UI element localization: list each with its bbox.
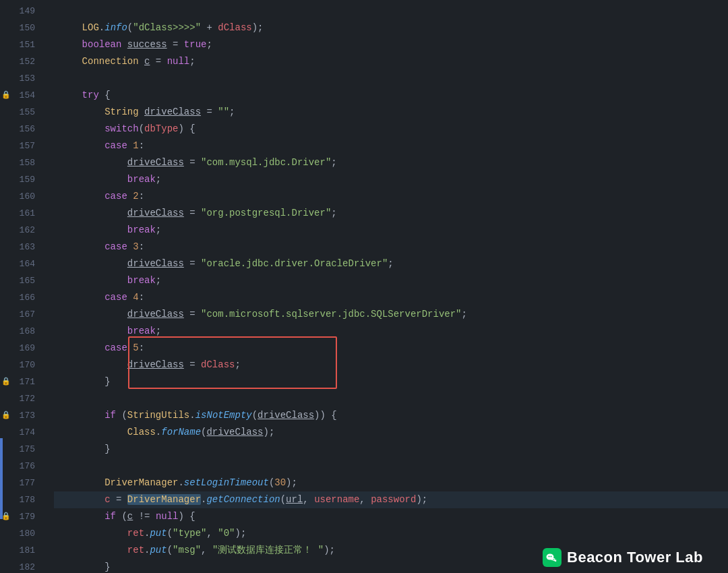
scrollbar-indicator[interactable] bbox=[0, 438, 3, 519]
line-152: Connection c = null; bbox=[54, 53, 728, 70]
line-177: DriverManager.setLoginTimeout(30); bbox=[54, 475, 728, 491]
gutter-168: 168 bbox=[0, 323, 43, 340]
gutter-175: 175 bbox=[0, 441, 43, 458]
gutter-171: 🔒 171 bbox=[0, 373, 43, 390]
svg-point-2 bbox=[551, 556, 552, 557]
line-172 bbox=[54, 390, 728, 407]
line-175: } bbox=[54, 441, 728, 458]
line-151: boolean success = true; bbox=[54, 36, 728, 53]
gutter-157: 157 bbox=[0, 138, 43, 154]
gutter-166: 166 bbox=[0, 289, 43, 306]
gutter-172: 172 bbox=[0, 390, 43, 407]
line-167: driveClass = "com.microsoft.sqlserver.jd… bbox=[54, 306, 728, 323]
gutter-155: 155 bbox=[0, 104, 43, 121]
line-157: case 1: bbox=[54, 138, 728, 154]
gutter-161: 161 bbox=[0, 205, 43, 222]
line-160: case 2: bbox=[54, 188, 728, 205]
gutter-150: 150 bbox=[0, 20, 43, 36]
line-164: driveClass = "oracle.jdbc.driver.OracleD… bbox=[54, 255, 728, 272]
gutter-153: 153 bbox=[0, 70, 43, 87]
gutter-178: 178 bbox=[0, 491, 43, 508]
line-149 bbox=[54, 3, 728, 20]
bookmark-154: 🔒 bbox=[1, 91, 11, 100]
gutter-163: 163 bbox=[0, 239, 43, 255]
watermark: Beacon Tower Lab bbox=[518, 542, 728, 573]
line-179: if (c != null) { bbox=[54, 508, 728, 525]
gutter-177: 177 bbox=[0, 475, 43, 491]
editor-container: 149 150 151 152 153 🔒 154 155 156 157 15… bbox=[0, 0, 728, 573]
line-162: break; bbox=[54, 222, 728, 239]
gutter-179: 🔒 179 bbox=[0, 508, 43, 525]
line-169: case 5: bbox=[54, 340, 728, 357]
gutter-159: 159 bbox=[0, 171, 43, 188]
bookmark-179: 🔒 bbox=[1, 512, 11, 522]
gutter-152: 152 bbox=[0, 53, 43, 70]
gutter-174: 174 bbox=[0, 424, 43, 441]
gutter-170: 170 bbox=[0, 357, 43, 373]
line-161: driveClass = "org.postgresql.Driver"; bbox=[54, 205, 728, 222]
gutter-149: 149 bbox=[0, 3, 43, 20]
line-150: LOG.info("dClass>>>>" + dClass); bbox=[54, 20, 728, 36]
line-168: break; bbox=[54, 323, 728, 340]
gutter-154: 🔒 154 bbox=[0, 87, 43, 104]
gutter-169: 169 bbox=[0, 340, 43, 357]
line-174: Class.forName(driveClass); bbox=[54, 424, 728, 441]
line-154: try { bbox=[54, 87, 728, 104]
code-area: 149 150 151 152 153 🔒 154 155 156 157 15… bbox=[0, 0, 728, 573]
line-166: case 4: bbox=[54, 289, 728, 306]
line-171: } bbox=[54, 373, 728, 390]
bookmark-173: 🔒 bbox=[1, 411, 11, 421]
code-content: LOG.info("dClass>>>>" + dClass); boolean… bbox=[54, 3, 728, 573]
svg-point-1 bbox=[549, 556, 550, 557]
line-163: case 3: bbox=[54, 239, 728, 255]
line-178: c = DriverManager.getConnection(url, use… bbox=[54, 491, 728, 508]
line-158: driveClass = "com.mysql.jdbc.Driver"; bbox=[54, 154, 728, 171]
gutter-173: 🔒 173 bbox=[0, 407, 43, 424]
gutter-162: 162 bbox=[0, 222, 43, 239]
line-153 bbox=[54, 70, 728, 87]
line-176 bbox=[54, 458, 728, 475]
line-156: switch(dbType) { bbox=[54, 121, 728, 138]
gutter-164: 164 bbox=[0, 255, 43, 272]
wechat-icon bbox=[543, 548, 562, 567]
bookmark-171: 🔒 bbox=[1, 378, 11, 387]
line-180: ret.put("type", "0"); bbox=[54, 525, 728, 542]
gutter-180: 180 bbox=[0, 525, 43, 542]
gutter-165: 165 bbox=[0, 272, 43, 289]
line-173: if (StringUtils.isNotEmpty(driveClass)) … bbox=[54, 407, 728, 424]
line-numbers: 149 150 151 152 153 🔒 154 155 156 157 15… bbox=[0, 3, 54, 573]
line-170: driveClass = dClass; bbox=[54, 357, 728, 373]
gutter-158: 158 bbox=[0, 154, 43, 171]
svg-point-4 bbox=[555, 559, 556, 560]
gutter-167: 167 bbox=[0, 306, 43, 323]
watermark-text: Beacon Tower Lab bbox=[567, 549, 703, 566]
gutter-182: 182 bbox=[0, 559, 43, 573]
line-159: break; bbox=[54, 171, 728, 188]
gutter-160: 160 bbox=[0, 188, 43, 205]
gutter-151: 151 bbox=[0, 36, 43, 53]
line-155: String driveClass = ""; bbox=[54, 104, 728, 121]
gutter-156: 156 bbox=[0, 121, 43, 138]
gutter-176: 176 bbox=[0, 458, 43, 475]
line-165: break; bbox=[54, 272, 728, 289]
svg-point-3 bbox=[553, 559, 554, 560]
gutter-181: 181 bbox=[0, 542, 43, 559]
